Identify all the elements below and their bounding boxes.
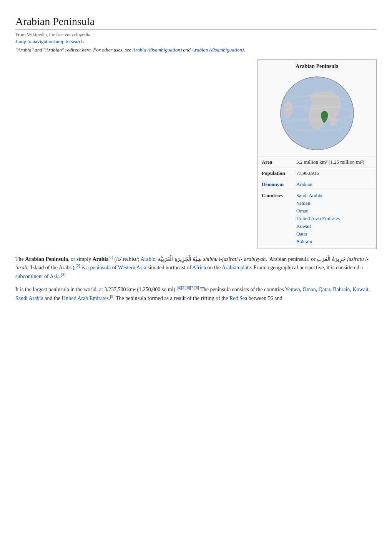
uae-body-link[interactable]: United Arab Emirates xyxy=(62,295,109,301)
arabic-lang-link[interactable]: Arabic xyxy=(141,256,155,262)
kuwait-body-link[interactable]: Kuwait xyxy=(353,287,369,292)
population-label: Population xyxy=(258,168,292,179)
oman-link[interactable]: Oman xyxy=(296,208,309,214)
saudi-arabia-body-link[interactable]: Saudi Arabia xyxy=(15,295,43,301)
africa-link[interactable]: Africa xyxy=(192,265,206,270)
arabian-peninsula-bold: Arabian Peninsula xyxy=(25,256,68,262)
infobox: Arabian Peninsula xyxy=(257,59,377,249)
infobox-table: Area 3.2 million km² (1.25 million mi²) … xyxy=(258,156,376,249)
demonym-link[interactable]: Demonym xyxy=(262,181,284,187)
jump-navigation-link[interactable]: Jump to navigation xyxy=(15,38,54,44)
wikipedia-source: From Wikipedia, the free encyclopedia xyxy=(15,32,377,38)
western-asia-link[interactable]: Western Asia xyxy=(118,265,146,270)
paragraph-2: It is the largest peninsula in the world… xyxy=(15,285,377,303)
uae-link[interactable]: United Arab Emirates xyxy=(296,216,340,221)
list-item: Kuwait xyxy=(296,223,372,229)
bahrain-body-link[interactable]: Bahrain xyxy=(333,287,350,292)
arabian-link[interactable]: Arabian xyxy=(296,181,312,187)
romanized-text: shibhu l-jazīrati l-ʿarabiyyah xyxy=(203,256,266,262)
red-sea-link[interactable]: Red Sea xyxy=(229,295,247,301)
infobox-demonym-row: Demonym Arabian xyxy=(258,179,376,190)
list-item: United Arab Emirates xyxy=(296,216,372,222)
countries-label: Countries xyxy=(258,190,292,249)
infobox-title: Arabian Peninsula xyxy=(258,60,376,72)
oman-body-link[interactable]: Oman xyxy=(303,287,316,292)
qatar-link[interactable]: Qatar xyxy=(296,231,307,237)
infobox-image xyxy=(258,72,376,156)
demonym-label[interactable]: Demonym xyxy=(258,179,292,190)
main-content: The Arabian Peninsula, or simply Arabia[… xyxy=(15,255,377,303)
countries-list: Saudi Arabia Yemen Oman United Arab Emir… xyxy=(296,192,372,245)
peninsula-link[interactable]: peninsula xyxy=(90,265,111,270)
saudi-arabia-link[interactable]: Saudi Arabia xyxy=(296,192,322,198)
infobox-population-row: Population 77,983,936 xyxy=(258,168,376,179)
demonym-value: Arabian xyxy=(292,179,376,190)
arabia-disambiguation-link[interactable]: Arabia (disambiguation) xyxy=(132,47,182,53)
asia-link[interactable]: Asia xyxy=(50,274,60,279)
arabian-plate-link[interactable]: Arabian plate xyxy=(222,265,251,270)
infobox-wrapper: Arabian Peninsula xyxy=(257,59,377,249)
arabia-bold: Arabia xyxy=(93,256,109,262)
area-label: Area xyxy=(258,157,292,168)
jump-search-link[interactable]: Jump to search xyxy=(54,38,84,44)
infobox-countries-row: Countries Saudi Arabia Yemen Oman United… xyxy=(258,190,376,249)
bahrain-link[interactable]: Bahrain xyxy=(296,239,312,244)
ref-3[interactable]: [3] xyxy=(61,272,66,277)
kuwait-link[interactable]: Kuwait xyxy=(296,223,311,229)
paragraph-1: The Arabian Peninsula, or simply Arabia[… xyxy=(15,255,377,281)
ref-1[interactable]: [1] xyxy=(109,255,113,259)
list-item: Bahrain xyxy=(296,239,372,245)
jump-links[interactable]: Jump to navigationJump to search xyxy=(15,38,377,45)
countries-value: Saudi Arabia Yemen Oman United Arab Emir… xyxy=(292,190,376,249)
population-value: 77,983,936 xyxy=(292,168,376,179)
yemen-link[interactable]: Yemen xyxy=(296,200,310,206)
list-item: Oman xyxy=(296,208,372,214)
redirect-notice: "Arabia" and "Arabian" redirect here. Fo… xyxy=(15,47,377,53)
page-title: Arabian Peninsula xyxy=(15,15,377,30)
ref-2[interactable]: [2] xyxy=(76,264,80,268)
list-item: Yemen xyxy=(296,200,372,206)
arabian-disambiguation-link[interactable]: Arabian (disambiguation) xyxy=(192,47,244,53)
globe-map-image xyxy=(279,75,355,152)
list-item: Saudi Arabia xyxy=(296,192,372,199)
yemen-body-link[interactable]: Yemen xyxy=(285,287,300,292)
subcontinent-link[interactable]: subcontinent xyxy=(15,274,43,279)
infobox-area-row: Area 3.2 million km² (1.25 million mi²) xyxy=(258,157,376,168)
list-item: Qatar xyxy=(296,231,372,237)
ref-9[interactable]: [9] xyxy=(110,294,115,299)
qatar-body-link[interactable]: Qatar xyxy=(319,287,331,292)
ref-4-8[interactable]: [4][5][6][7][8] xyxy=(177,286,199,290)
area-value: 3.2 million km² (1.25 million mi²) xyxy=(292,157,376,168)
